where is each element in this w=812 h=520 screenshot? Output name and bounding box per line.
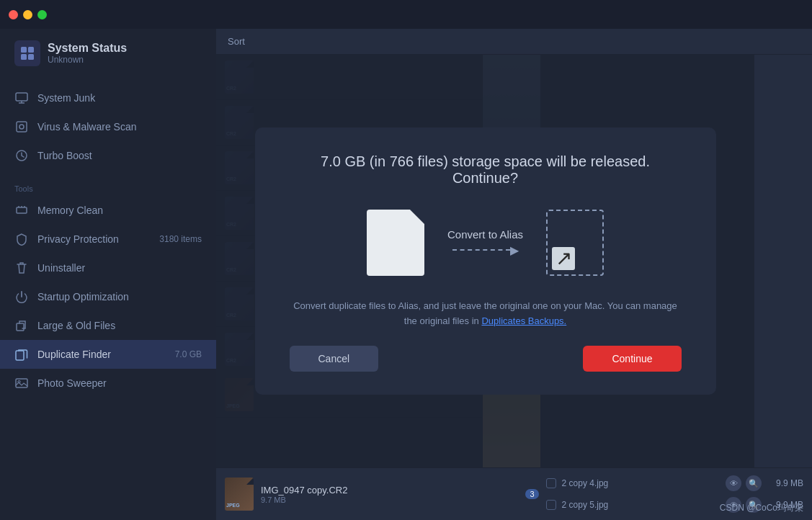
bottom-file-name: IMG_0947 copy.CR2 — [261, 485, 518, 496]
app-title: System Status — [48, 42, 127, 55]
turbo-icon — [14, 148, 29, 163]
sidebar-item-privacy-protection[interactable]: Privacy Protection 3180 items — [0, 225, 216, 254]
privacy-badge: 3180 items — [159, 234, 202, 244]
sidebar-label-startup: Startup Optimization — [37, 291, 202, 302]
svg-rect-3 — [28, 54, 34, 60]
sidebar-label-system-junk: System Junk — [37, 92, 202, 104]
dup-name-2: 2 copy 5.jpg — [562, 500, 720, 510]
sidebar-item-photo-sweeper[interactable]: Photo Sweeper — [0, 369, 216, 398]
svg-rect-10 — [17, 207, 27, 213]
sort-label: Sort — [228, 36, 245, 47]
sidebar-label-photo-sweeper: Photo Sweeper — [37, 377, 202, 389]
svg-point-8 — [19, 125, 24, 129]
continue-button[interactable]: Continue — [583, 346, 681, 372]
dup-name-1: 2 copy 4.jpg — [562, 478, 720, 488]
modal-buttons: Cancel Continue — [290, 346, 682, 372]
files-icon — [14, 318, 29, 333]
bottom-file-icon: JPEG — [225, 478, 254, 511]
main-nav: System Junk Virus & Malware Scan — [0, 81, 216, 173]
sidebar-label-privacy: Privacy Protection — [37, 233, 151, 245]
svg-rect-14 — [17, 323, 24, 331]
dup-actions-1: 👁 🔍 — [726, 475, 762, 491]
svg-rect-2 — [21, 54, 27, 60]
alias-file-icon: ↗ — [546, 210, 604, 276]
monitor-icon — [14, 91, 29, 105]
duplicates-backups-link[interactable]: Duplicates Backups. — [481, 315, 566, 326]
sidebar-header: System Status Unknown — [0, 29, 216, 81]
sort-bar: Sort — [216, 29, 812, 55]
sidebar-item-startup-optimization[interactable]: Startup Optimization — [0, 282, 216, 311]
sidebar-item-uninstaller[interactable]: Uninstaller — [0, 254, 216, 282]
alias-arrow-icon: ↗ — [552, 247, 575, 270]
minimize-button[interactable] — [23, 10, 32, 19]
memory-icon — [14, 203, 29, 218]
shield-icon — [14, 232, 29, 246]
sidebar-label-large-files: Large & Old Files — [37, 320, 202, 331]
sidebar-label-duplicate: Duplicate Finder — [37, 349, 166, 360]
arrow-head-icon: ▶ — [510, 243, 519, 257]
modal-title: 7.0 GB (in 766 files) storage space will… — [290, 153, 682, 187]
dup-checkbox-1[interactable] — [546, 478, 556, 488]
svg-rect-1 — [28, 47, 34, 53]
app-status: Unknown — [48, 55, 127, 65]
content-body: CR2 CR2 CR — [216, 55, 812, 467]
sidebar-label-uninstaller: Uninstaller — [37, 262, 202, 274]
tools-section: Tools Memory Clean — [0, 173, 216, 400]
tools-label: Tools — [0, 176, 216, 196]
arrow-label: Convert to Alias — [447, 228, 523, 241]
sidebar-label-memory-clean: Memory Clean — [37, 205, 202, 216]
sidebar-label-virus-malware: Virus & Malware Scan — [37, 121, 202, 133]
modal-box: 7.0 GB (in 766 files) storage space will… — [255, 127, 716, 395]
dup-entry-1: 2 copy 4.jpg 👁 🔍 9.9 MB — [546, 474, 803, 493]
svg-rect-15 — [16, 351, 24, 360]
close-button[interactable] — [9, 10, 18, 19]
dup-eye-off-button-1[interactable]: 👁 — [726, 475, 741, 491]
traffic-lights — [9, 10, 47, 19]
original-file-icon — [367, 210, 424, 276]
bottom-file-size: 9.7 MB — [261, 496, 518, 504]
dup-eye-button-1[interactable]: 🔍 — [746, 475, 762, 491]
cancel-button[interactable]: Cancel — [290, 346, 379, 372]
convert-diagram: Convert to Alias ▶ ↗ — [367, 210, 604, 276]
watermark: CSDN @CoCo玛奇朵 — [720, 502, 803, 514]
maximize-button[interactable] — [37, 10, 47, 19]
photo-icon — [14, 376, 29, 390]
svg-rect-4 — [16, 93, 27, 101]
power-icon — [14, 290, 29, 304]
sidebar-label-turbo-boost: Turbo Boost — [37, 150, 202, 161]
modal-overlay: 7.0 GB (in 766 files) storage space will… — [216, 55, 754, 467]
content-area: Sort CR2 — [216, 29, 812, 520]
dup-size-1: 9.9 MB — [767, 478, 803, 488]
modal-description: Convert duplicate files to Alias, and ju… — [290, 299, 682, 329]
arrow-area: Convert to Alias ▶ — [447, 228, 523, 257]
dashed-line — [452, 249, 510, 251]
dup-checkbox-2[interactable] — [546, 500, 556, 510]
virus-icon — [14, 120, 29, 134]
bottom-file-badge: 3 — [525, 489, 538, 499]
duplicate-icon — [14, 347, 29, 362]
sidebar: System Status Unknown System Junk — [0, 29, 216, 520]
duplicate-badge: 7.0 GB — [175, 349, 202, 359]
svg-rect-7 — [17, 122, 27, 132]
sidebar-item-turbo-boost[interactable]: Turbo Boost — [0, 141, 216, 170]
app-logo — [14, 40, 40, 66]
dashed-arrow: ▶ — [452, 243, 519, 257]
sidebar-item-duplicate-finder[interactable]: Duplicate Finder 7.0 GB — [0, 340, 216, 369]
svg-rect-0 — [21, 47, 27, 53]
sidebar-item-memory-clean[interactable]: Memory Clean — [0, 196, 216, 225]
trash-icon — [14, 261, 29, 275]
sidebar-item-system-junk[interactable]: System Junk — [0, 84, 216, 112]
bottom-file-info: IMG_0947 copy.CR2 9.7 MB — [261, 485, 518, 504]
sidebar-item-large-old-files[interactable]: Large & Old Files — [0, 311, 216, 340]
sidebar-item-virus-malware-scan[interactable]: Virus & Malware Scan — [0, 112, 216, 141]
title-bar — [0, 0, 812, 29]
